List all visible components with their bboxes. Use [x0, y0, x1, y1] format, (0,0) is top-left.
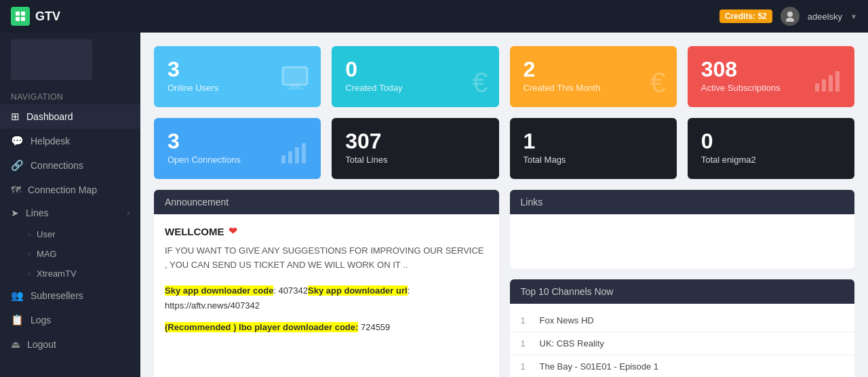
ibo-line: (Recommended ) Ibo player downloader cod…	[165, 320, 488, 335]
card-active-subs: 308 Active Subscriptions	[688, 46, 854, 107]
top-right: Credits: 52 adeelsky ▼	[719, 7, 857, 26]
created-today-label: Created Today	[345, 83, 485, 93]
sidebar-item-logout[interactable]: ⏏ Logout	[0, 332, 140, 357]
stats-row-1: 3 Online Users 0 Created Today € 2 Creat…	[154, 46, 854, 107]
user-avatar	[781, 7, 800, 26]
channel-rank-2: 1	[521, 338, 532, 349]
helpdesk-icon: 💬	[11, 135, 24, 147]
sidebar-subitem-user[interactable]: User	[22, 224, 140, 244]
svg-rect-14	[288, 151, 292, 163]
channel-name-3: The Bay - S01E01 - Episode 1	[540, 361, 659, 372]
ibo-label: (Recommended ) Ibo player downloader cod…	[165, 322, 358, 332]
sidebar-item-dashboard[interactable]: ⊞ Dashboard	[0, 104, 140, 129]
main-content: 3 Online Users 0 Created Today € 2 Creat…	[140, 33, 868, 377]
gtv-logo	[11, 7, 30, 26]
svg-point-4	[787, 12, 793, 17]
sidebar-subitem-mag[interactable]: MAG	[22, 244, 140, 264]
svg-rect-1	[21, 12, 25, 16]
svg-rect-15	[295, 147, 299, 163]
dashboard-icon: ⊞	[11, 111, 20, 123]
navigation-label: Navigation	[0, 87, 140, 104]
sidebar-item-logs-label: Logs	[31, 315, 51, 325]
app-title: GTV	[35, 9, 60, 24]
stats-row-2: 3 Open Connections 307 Total Lines	[154, 118, 854, 179]
top-channels-panel: Top 10 Channels Now 1 Fox News HD 1 UK: …	[510, 279, 855, 377]
lines-icon: ➤	[11, 207, 19, 218]
lines-left: ➤ Lines	[11, 207, 48, 218]
top-channels-header: Top 10 Channels Now	[510, 279, 855, 304]
svg-rect-7	[290, 85, 300, 87]
svg-rect-11	[829, 75, 833, 92]
sidebar-item-lines-label: Lines	[26, 207, 48, 218]
euro-icon-month: €	[650, 66, 665, 99]
wellcome-line: WELLCOME ❤	[165, 225, 488, 237]
app-wrapper: GTV Credits: 52 adeelsky ▼ Navigation ⊞ …	[0, 0, 868, 377]
sidebar-item-lines[interactable]: ➤ Lines ›	[0, 201, 140, 224]
sidebar: Navigation ⊞ Dashboard 💬 Helpdesk 🔗 Conn…	[0, 33, 140, 377]
ibo-code: 724559	[358, 322, 390, 332]
sidebar-item-connection-map[interactable]: 🗺 Connection Map	[0, 178, 140, 201]
sidebar-subitem-mag-label: MAG	[37, 249, 57, 259]
credits-badge[interactable]: Credits: 52	[719, 9, 772, 23]
sidebar-item-helpdesk[interactable]: 💬 Helpdesk	[0, 129, 140, 153]
sky-downloader-line: Sky app downloader code: 407342Sky app d…	[165, 283, 488, 313]
total-lines-number: 307	[345, 130, 485, 152]
sky-label: Sky app downloader code	[165, 285, 273, 296]
channel-name-1: Fox News HD	[540, 315, 594, 325]
created-today-number: 0	[345, 58, 485, 80]
card-created-today: 0 Created Today €	[332, 46, 498, 107]
channel-rank-1: 1	[521, 315, 532, 325]
euro-icon-today: €	[472, 66, 488, 99]
created-month-number: 2	[524, 58, 663, 80]
sidebar-item-helpdesk-label: Helpdesk	[31, 136, 70, 146]
sidebar-item-connections-label: Connections	[31, 160, 83, 171]
channel-rank-3: 1	[521, 361, 532, 372]
announcement-header: Announcement	[154, 190, 499, 214]
svg-rect-6	[283, 67, 307, 85]
logs-icon: 📋	[11, 314, 24, 326]
sidebar-subitem-xtream-label: XtreamTV	[37, 269, 77, 279]
svg-rect-0	[16, 12, 20, 16]
top-left: GTV	[11, 7, 60, 26]
sidebar-subitem-user-label: User	[37, 229, 55, 239]
card-online-users: 3 Online Users	[154, 46, 321, 107]
topbar: GTV Credits: 52 adeelsky ▼	[0, 0, 868, 33]
signal-icon-connections	[280, 140, 310, 171]
svg-rect-10	[822, 79, 826, 92]
card-open-connections: 3 Open Connections	[154, 118, 321, 179]
wellcome-label: WELLCOME	[165, 226, 224, 237]
lines-arrow-icon: ›	[127, 208, 130, 218]
right-column: Links Top 10 Channels Now 1 Fox News HD …	[510, 190, 855, 377]
announcement-text: IF YOU WANT TO GIVE ANY SUGGESTIONS FOR …	[165, 244, 488, 273]
sidebar-item-dashboard-label: Dashboard	[26, 111, 73, 122]
signal-icon	[814, 68, 844, 99]
svg-rect-2	[16, 17, 20, 21]
announcement-panel: Announcement WELLCOME ❤ IF YOU WANT TO G…	[154, 190, 499, 377]
username-label: adeelsky	[808, 12, 842, 22]
channel-item-2: 1 UK: CBS Reality	[510, 332, 855, 355]
sidebar-item-connections[interactable]: 🔗 Connections	[0, 153, 140, 178]
sky-code: : 407342	[273, 285, 308, 296]
monitor-icon	[280, 66, 310, 99]
sidebar-subitem-xtreamtv[interactable]: XtreamTV	[22, 264, 140, 283]
sidebar-item-subresellers[interactable]: 👥 Subresellers	[0, 283, 140, 308]
map-icon: 🗺	[11, 184, 21, 195]
sidebar-item-logs[interactable]: 📋 Logs	[0, 308, 140, 332]
lines-submenu: User MAG XtreamTV	[0, 224, 140, 283]
svg-rect-16	[302, 143, 306, 163]
subresellers-icon: 👥	[11, 290, 24, 302]
total-mags-label: Total Mags	[524, 155, 663, 165]
user-dropdown-arrow[interactable]: ▼	[850, 13, 857, 20]
total-enigma2-label: Total enigma2	[701, 155, 841, 165]
links-header: Links	[510, 190, 855, 214]
total-enigma2-number: 0	[701, 130, 841, 152]
svg-rect-9	[815, 83, 819, 92]
links-panel: Links	[510, 190, 855, 269]
links-body	[510, 214, 855, 269]
bottom-section: Announcement WELLCOME ❤ IF YOU WANT TO G…	[154, 190, 854, 377]
svg-point-5	[786, 18, 794, 22]
svg-rect-12	[835, 71, 840, 92]
logout-icon: ⏏	[11, 338, 20, 351]
card-created-month: 2 Created This Month €	[510, 46, 677, 107]
total-mags-number: 1	[524, 130, 663, 152]
